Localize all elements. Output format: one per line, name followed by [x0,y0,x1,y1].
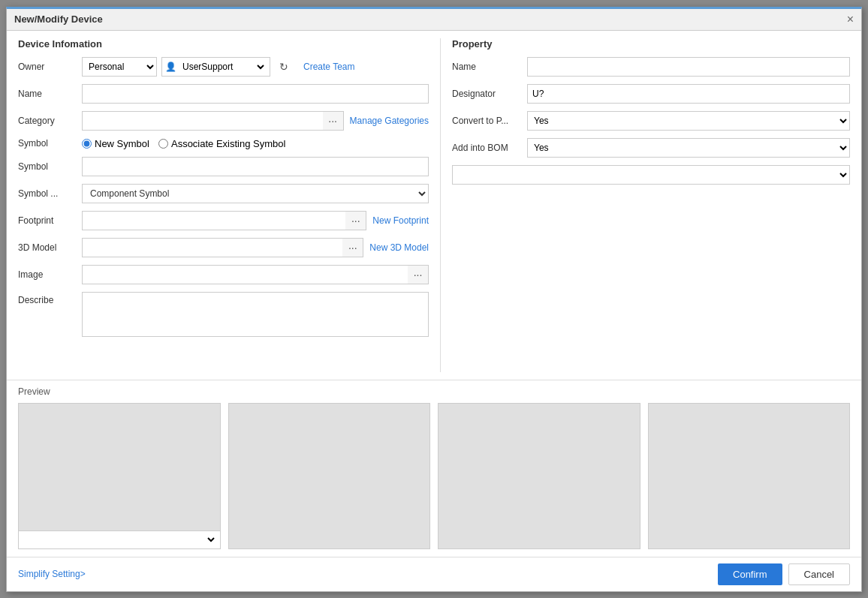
dialog-body: Device Infomation Owner Personal Team 👤 … [7,31,861,591]
right-bom-select[interactable]: Yes No [527,138,850,158]
model3d-dots-button[interactable]: ··· [342,238,363,257]
model3d-input[interactable] [82,238,342,257]
user-select-wrapper: 👤 UserSupport [161,57,270,77]
create-team-link[interactable]: Create Team [303,62,354,72]
confirm-button[interactable]: Confirm [718,563,782,585]
model3d-label: 3D Model [18,242,82,253]
right-designator-input[interactable] [527,84,850,104]
preview-box-4 [648,403,851,549]
category-row: Category ··· Manage Gategories [18,111,429,131]
new-symbol-option[interactable]: New Symbol [82,138,149,149]
model3d-control: ··· [82,238,363,257]
right-extra-select[interactable] [452,165,850,185]
preview-box-3 [438,403,640,549]
preview-box-1-select[interactable] [22,534,217,545]
symbol-type-select[interactable]: Component Symbol Power Symbol Net Port [82,184,429,203]
category-label: Category [18,116,82,126]
model3d-row: 3D Model ··· New 3D Model [18,238,429,257]
close-button[interactable]: × [847,14,854,26]
describe-label: Describe [18,292,82,305]
footprint-label: Footprint [18,215,82,226]
category-input[interactable] [82,111,323,131]
right-designator-row: Designator [452,84,850,104]
device-info-title: Device Infomation [18,38,429,50]
new-footprint-link[interactable]: New Footprint [372,215,429,226]
right-bom-label: Add into BOM [452,143,527,153]
image-control: ··· [82,265,429,284]
simplify-setting-link[interactable]: Simplify Setting> [18,569,86,579]
category-dots-button[interactable]: ··· [323,111,344,131]
new-modify-device-dialog: New/Modify Device × Device Infomation Ow… [6,7,862,592]
preview-section: Preview [7,380,861,557]
cancel-button[interactable]: Cancel [788,563,850,585]
image-label: Image [18,269,82,280]
right-name-label: Name [452,62,527,72]
name-row: Name [18,84,429,104]
new-symbol-label: New Symbol [95,138,149,149]
new-3d-model-link[interactable]: New 3D Model [369,242,429,253]
preview-boxes [18,403,850,549]
preview-box-1 [18,403,221,549]
associate-symbol-radio[interactable] [158,139,168,149]
preview-box-2 [228,403,431,549]
right-name-row: Name [452,57,850,77]
user-icon: 👤 [165,62,176,72]
category-control: ··· [82,111,344,131]
footprint-row: Footprint ··· New Footprint [18,211,429,230]
right-bom-row: Add into BOM Yes No [452,138,850,158]
describe-row: Describe [18,292,429,337]
symbol-input[interactable] [82,157,429,176]
associate-symbol-label: Associate Existing Symbol [171,138,285,149]
user-select[interactable]: UserSupport [179,61,267,73]
preview-title: Preview [18,386,850,397]
manage-categories-link[interactable]: Manage Gategories [350,116,429,126]
image-input[interactable] [82,265,408,284]
name-label: Name [18,89,82,99]
right-extra-dropdown-row [452,165,850,185]
owner-controls: Personal Team 👤 UserSupport ↻ Create Tea… [82,57,429,77]
footprint-control: ··· [82,211,366,230]
right-convert-row: Convert to P... Yes No [452,111,850,131]
right-panel: Property Name Designator Convert to P...… [441,38,861,372]
dialog-footer: Simplify Setting> Confirm Cancel [7,557,861,591]
describe-textarea[interactable] [82,292,429,337]
owner-row: Owner Personal Team 👤 UserSupport ↻ [18,57,429,77]
symbol-type-row: Symbol ... Component Symbol Power Symbol… [18,184,429,203]
symbol-radio-row: Symbol New Symbol Associate Existing Sym… [18,138,429,149]
symbol-radio-group: New Symbol Associate Existing Symbol [82,138,429,149]
image-row: Image ··· [18,265,429,284]
name-input[interactable] [82,84,429,104]
right-convert-select[interactable]: Yes No [527,111,850,131]
associate-symbol-option[interactable]: Associate Existing Symbol [158,138,285,149]
right-name-input[interactable] [527,57,850,77]
left-panel: Device Infomation Owner Personal Team 👤 … [7,38,441,372]
symbol-input-row: Symbol [18,157,429,176]
main-content: Device Infomation Owner Personal Team 👤 … [7,31,861,380]
refresh-button[interactable]: ↻ [275,58,293,76]
right-convert-label: Convert to P... [452,116,527,126]
footprint-dots-button[interactable]: ··· [345,211,366,230]
footer-buttons: Confirm Cancel [718,563,850,585]
dialog-title: New/Modify Device [14,14,103,25]
owner-select[interactable]: Personal Team [82,57,157,77]
symbol-type-label: Symbol ... [18,188,82,199]
right-designator-label: Designator [452,89,527,99]
property-title: Property [452,38,850,50]
owner-label: Owner [18,62,82,72]
symbol-radio-label: Symbol [18,138,82,149]
image-dots-button[interactable]: ··· [408,265,429,284]
symbol-label: Symbol [18,161,82,172]
dialog-titlebar: New/Modify Device × [7,9,861,31]
new-symbol-radio[interactable] [82,139,92,149]
preview-box-1-dropdown [19,530,220,548]
footprint-input[interactable] [82,211,345,230]
